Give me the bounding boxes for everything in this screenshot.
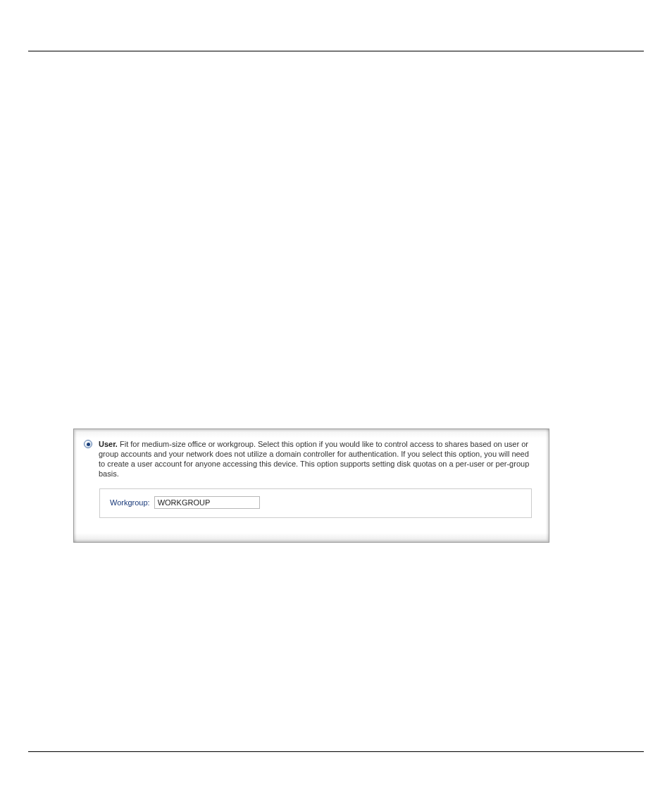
workgroup-field-row: Workgroup: bbox=[110, 496, 523, 509]
workgroup-box: Workgroup: bbox=[99, 488, 532, 518]
security-mode-panel: User. Fit for medium-size office or work… bbox=[73, 429, 549, 543]
top-divider bbox=[28, 51, 644, 51]
user-mode-description: User. Fit for medium-size office or work… bbox=[99, 439, 537, 479]
user-mode-title: User. bbox=[99, 440, 118, 448]
bottom-divider bbox=[28, 751, 644, 752]
user-mode-radio[interactable] bbox=[84, 439, 99, 448]
user-mode-text: Fit for medium-size office or workgroup.… bbox=[99, 440, 529, 478]
workgroup-input[interactable] bbox=[154, 496, 260, 509]
user-mode-option[interactable]: User. Fit for medium-size office or work… bbox=[84, 439, 537, 479]
workgroup-label: Workgroup: bbox=[110, 498, 154, 507]
